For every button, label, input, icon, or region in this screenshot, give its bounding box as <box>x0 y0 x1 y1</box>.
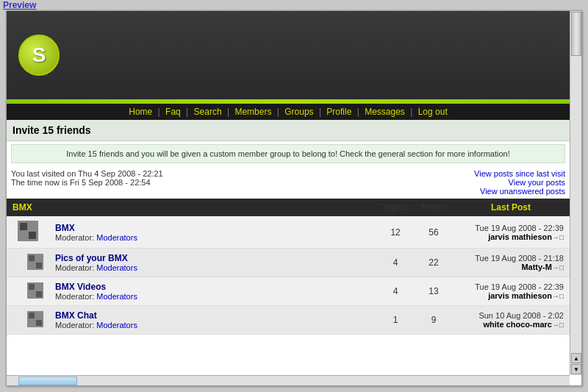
forum-name: BMX Chat <box>55 310 370 321</box>
scroll-down-arrow[interactable]: ▼ <box>571 364 581 374</box>
table-header-row: BMX Topics Posts Last Post <box>7 199 570 216</box>
forum-icon-cell <box>7 306 49 335</box>
forum-name: Pics of your BMX <box>55 253 370 263</box>
topics-col-header: Topics <box>376 199 415 216</box>
scroll-thumb[interactable] <box>571 12 581 56</box>
lastpost-user: Matty-M <box>521 263 552 271</box>
site-header: S <box>7 11 570 99</box>
invite-message: Invite 15 friends and you will be given … <box>11 144 565 163</box>
topics-count: 4 <box>376 249 415 277</box>
nav-search[interactable]: Search <box>191 107 225 117</box>
posts-count: 56 <box>415 216 452 249</box>
view-since-link[interactable]: View posts since last visit <box>474 169 565 178</box>
topics-count: 4 <box>376 277 415 306</box>
view-unanswered-link[interactable]: View unanswered posts <box>474 187 565 196</box>
scroll-up-arrow[interactable]: ▲ <box>571 353 581 363</box>
forum-icon-cell <box>7 277 49 306</box>
nav-home[interactable]: Home <box>126 107 155 117</box>
lastpost-user: white choco-marc <box>483 320 552 329</box>
lastpost-user: jarvis mathieson <box>488 291 552 300</box>
lastpost-arrow-icon: →□ <box>552 321 564 329</box>
visit-right: View posts since last visit View your po… <box>474 169 565 196</box>
posts-count: 22 <box>415 249 452 277</box>
moderator-link[interactable]: Moderators <box>96 263 137 272</box>
nav-messages[interactable]: Messages <box>362 107 408 117</box>
forum-moderator: Moderator: Moderators <box>55 292 370 301</box>
scrollbar-horizontal[interactable] <box>7 375 570 385</box>
page-title: Invite 15 friends <box>7 120 570 141</box>
moderator-link[interactable]: Moderators <box>96 292 137 301</box>
forum-info-cell: BMX Videos Moderator: Moderators <box>49 277 376 306</box>
forum-icon-cell <box>7 216 49 249</box>
nav-profile[interactable]: Profile <box>323 107 354 117</box>
forum-link[interactable]: Pics of your BMX <box>55 253 128 263</box>
lastpost-cell: Tue 19 Aug 2008 - 22:39 jarvis mathieson… <box>452 277 570 306</box>
visit-left: You last visited on Thu 4 Sep 2008 - 22:… <box>11 169 163 196</box>
view-posts-link[interactable]: View your posts <box>474 178 565 187</box>
browser-window: ▲ ▼ S Home | Faq | Search | <box>6 10 582 386</box>
lastpost-cell: Sun 10 Aug 2008 - 2:02 white choco-marc→… <box>452 306 570 335</box>
lastpost-cell: Tue 19 Aug 2008 - 22:39 jarvis mathieson… <box>452 216 570 249</box>
forum-link[interactable]: BMX Videos <box>55 282 106 292</box>
logo: S <box>18 35 60 76</box>
forum-link[interactable]: BMX Chat <box>55 310 97 321</box>
forum-icon-cell <box>7 249 49 277</box>
nav-members[interactable]: Members <box>232 107 274 117</box>
current-time: The time now is Fri 5 Sep 2008 - 22:54 <box>11 178 163 187</box>
forum-name: BMX <box>55 223 370 233</box>
lastpost-arrow-icon: →□ <box>552 233 564 241</box>
forum-link[interactable]: BMX <box>55 223 75 233</box>
moderator-link[interactable]: Moderators <box>96 321 137 329</box>
forum-moderator: Moderator: Moderators <box>55 233 370 242</box>
last-visit: You last visited on Thu 4 Sep 2008 - 22:… <box>11 169 163 178</box>
forum-moderator: Moderator: Moderators <box>55 263 370 272</box>
lastpost-arrow-icon: →□ <box>552 263 564 271</box>
outer-frame: Preview ▲ ▼ S Home | Fa <box>0 0 588 392</box>
nav-groups[interactable]: Groups <box>282 107 316 117</box>
topics-count: 12 <box>376 216 415 249</box>
visit-info: You last visited on Thu 4 Sep 2008 - 22:… <box>7 166 570 199</box>
table-row: BMX Videos Moderator: Moderators 4 13 Tu… <box>7 277 570 306</box>
lastpost-col-header: Last Post <box>452 199 570 216</box>
table-row: BMX Chat Moderator: Moderators 1 9 Sun 1… <box>7 306 570 335</box>
forum-col-header: BMX <box>7 199 376 216</box>
forum-info-cell: Pics of your BMX Moderator: Moderators <box>49 249 376 277</box>
moderator-link[interactable]: Moderators <box>96 233 137 242</box>
posts-col-header: Posts <box>415 199 452 216</box>
forum-icon <box>27 282 43 299</box>
forum-name: BMX Videos <box>55 282 370 292</box>
nav-bar: Home | Faq | Search | Members | Groups |… <box>7 104 570 120</box>
forum-info-cell: BMX Moderator: Moderators <box>49 216 376 249</box>
posts-count: 13 <box>415 277 452 306</box>
scroll-bottom-thumb[interactable] <box>18 377 77 385</box>
scrollbar-vertical[interactable]: ▲ ▼ <box>570 11 581 375</box>
forum-info-cell: BMX Chat Moderator: Moderators <box>49 306 376 335</box>
forum-icon <box>27 311 43 327</box>
forum-icon <box>27 254 43 270</box>
nav-faq[interactable]: Faq <box>162 107 184 117</box>
table-row: Pics of your BMX Moderator: Moderators 4… <box>7 249 570 277</box>
scroll-arrows: ▲ ▼ <box>570 352 582 375</box>
forum-moderator: Moderator: Moderators <box>55 321 370 329</box>
lastpost-arrow-icon: →□ <box>552 292 564 300</box>
lastpost-cell: Tue 19 Aug 2008 - 21:18 Matty-M→□ <box>452 249 570 277</box>
nav-logout[interactable]: Log out <box>415 107 451 117</box>
topics-count: 1 <box>376 306 415 335</box>
content-area: S Home | Faq | Search | Members | Groups… <box>7 11 570 375</box>
lastpost-user: jarvis mathieson <box>488 232 552 241</box>
posts-count: 9 <box>415 306 452 335</box>
forum-icon <box>18 221 38 241</box>
table-row: BMX Moderator: Moderators 12 56 Tue 19 A… <box>7 216 570 249</box>
forum-table: BMX Topics Posts Last Post BMX Moderator… <box>7 199 570 335</box>
